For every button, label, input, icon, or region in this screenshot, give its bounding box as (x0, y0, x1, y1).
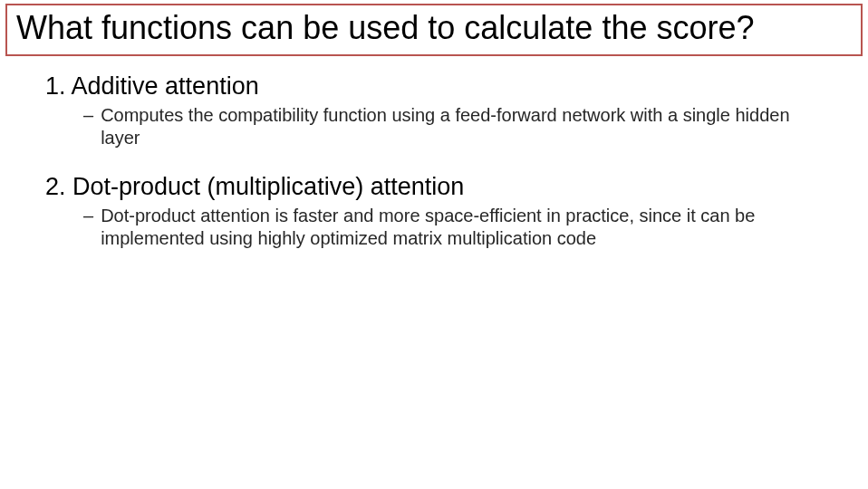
list-item-1-sub-text: Computes the compatibility function usin… (101, 104, 814, 149)
bullet-dash-icon: – (83, 104, 93, 149)
list-item-2-title: Dot-product (multiplicative) attention (72, 173, 464, 200)
list-item-2-number: 2. (45, 173, 66, 200)
list-item-2-sub-text: Dot-product attention is faster and more… (101, 205, 814, 250)
bullet-dash-icon: – (83, 205, 93, 250)
list-item-1-title: Additive attention (72, 72, 259, 100)
list-item-2-sub: – Dot-product attention is faster and mo… (45, 205, 823, 250)
list-item-1-sub: – Computes the compatibility function us… (45, 104, 823, 149)
list-item-1-number: 1. (45, 72, 66, 100)
list-item-1-heading: 1. Additive attention (45, 72, 823, 101)
slide-title: What functions can be used to calculate … (16, 11, 852, 45)
slide-content: 1. Additive attention – Computes the com… (0, 56, 868, 250)
list-item-2-heading: 2. Dot-product (multiplicative) attentio… (45, 173, 823, 201)
slide-title-box: What functions can be used to calculate … (5, 4, 863, 56)
